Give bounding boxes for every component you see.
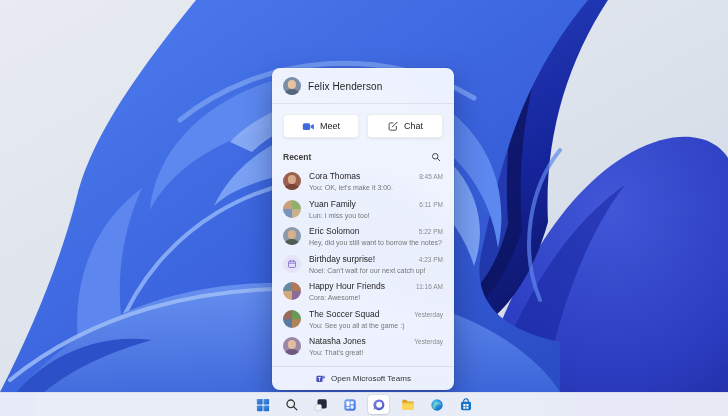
contact-name: Happy Hour Friends <box>309 281 385 292</box>
video-camera-icon <box>302 120 315 133</box>
svg-text:T: T <box>318 377 321 382</box>
calendar-avatar <box>283 255 301 273</box>
chat-button-label: Chat <box>404 121 423 131</box>
message-preview: Hey, did you still want to borrow the no… <box>309 238 443 247</box>
chat-row-natasha-jones[interactable]: Natasha Jones Yesterday You: That's grea… <box>272 332 454 360</box>
folder-icon <box>401 398 415 412</box>
teams-chat-flyout: Felix Henderson Meet Chat Recent <box>272 68 454 390</box>
chat-row-happy-hour-friends[interactable]: Happy Hour Friends 11:16 AM Cora: Awesom… <box>272 277 454 305</box>
search-button[interactable] <box>429 150 443 164</box>
microsoft-store-button[interactable] <box>455 395 476 414</box>
contact-avatar <box>283 227 301 245</box>
search-icon <box>431 152 441 162</box>
compose-icon <box>387 120 399 132</box>
calendar-icon <box>287 259 297 269</box>
contact-name: Birthday surprise! <box>309 254 375 265</box>
group-avatar <box>283 310 301 328</box>
task-view-button[interactable] <box>310 395 331 414</box>
task-view-icon <box>314 398 328 412</box>
message-preview: Noel: Can't wait for our next catch up! <box>309 266 443 275</box>
message-preview: Lun: I miss you too! <box>309 211 443 220</box>
user-name: Felix Henderson <box>308 81 382 92</box>
contact-name: Yuan Family <box>309 199 356 210</box>
taskbar <box>0 392 728 416</box>
quick-actions: Meet Chat <box>272 104 454 147</box>
open-teams-label: Open Microsoft Teams <box>331 374 411 383</box>
contact-name: Natasha Jones <box>309 336 366 347</box>
desktop: Felix Henderson Meet Chat Recent <box>0 0 728 416</box>
teams-chat-bubble-icon <box>372 398 386 412</box>
file-explorer-button[interactable] <box>397 395 418 414</box>
chat-button[interactable]: Chat <box>367 114 443 138</box>
search-icon <box>285 398 299 412</box>
chat-row-yuan-family[interactable]: Yuan Family 6:11 PM Lun: I miss you too! <box>272 195 454 223</box>
start-button[interactable] <box>252 395 273 414</box>
search-button-taskbar[interactable] <box>281 395 302 414</box>
message-preview: You: See you all at the game :) <box>309 321 443 330</box>
widgets-icon <box>343 398 357 412</box>
message-time: 4:23 PM <box>419 256 443 263</box>
contact-avatar <box>283 337 301 355</box>
edge-browser-icon <box>430 398 444 412</box>
contact-name: The Soccer Squad <box>309 309 379 320</box>
message-time: 8:45 AM <box>419 173 443 180</box>
chat-row-cora-thomas[interactable]: Cora Thomas 8:45 AM You: OK, let's make … <box>272 167 454 195</box>
user-avatar[interactable] <box>283 77 301 95</box>
message-time: 5:22 PM <box>419 228 443 235</box>
windows-logo-icon <box>256 398 270 412</box>
edge-button[interactable] <box>426 395 447 414</box>
message-time: 6:11 PM <box>419 201 443 208</box>
recent-label: Recent <box>283 152 311 162</box>
message-time: Yesterday <box>414 311 443 318</box>
widgets-button[interactable] <box>339 395 360 414</box>
group-avatar <box>283 200 301 218</box>
message-preview: Cora: Awesome! <box>309 293 443 302</box>
recent-header: Recent <box>272 147 454 166</box>
recent-chat-list: Cora Thomas 8:45 AM You: OK, let's make … <box>272 166 454 366</box>
contact-name: Cora Thomas <box>309 171 360 182</box>
message-preview: You: OK, let's make it 3:00. <box>309 183 443 192</box>
message-time: 11:16 AM <box>416 283 443 290</box>
group-avatar <box>283 282 301 300</box>
chat-row-eric-solomon[interactable]: Eric Solomon 5:22 PM Hey, did you still … <box>272 222 454 250</box>
contact-avatar <box>283 172 301 190</box>
meet-button[interactable]: Meet <box>283 114 359 138</box>
teams-icon: T <box>315 373 326 384</box>
meet-button-label: Meet <box>320 121 340 131</box>
chat-row-birthday-surprise[interactable]: Birthday surprise! 4:23 PM Noel: Can't w… <box>272 250 454 278</box>
teams-chat-button[interactable] <box>368 395 389 414</box>
microsoft-store-icon <box>459 398 473 412</box>
chat-row-soccer-squad[interactable]: The Soccer Squad Yesterday You: See you … <box>272 305 454 333</box>
open-teams-button[interactable]: T Open Microsoft Teams <box>272 366 454 390</box>
message-preview: You: That's great! <box>309 348 443 357</box>
message-time: Yesterday <box>414 338 443 345</box>
contact-name: Eric Solomon <box>309 226 360 237</box>
flyout-header: Felix Henderson <box>272 68 454 103</box>
